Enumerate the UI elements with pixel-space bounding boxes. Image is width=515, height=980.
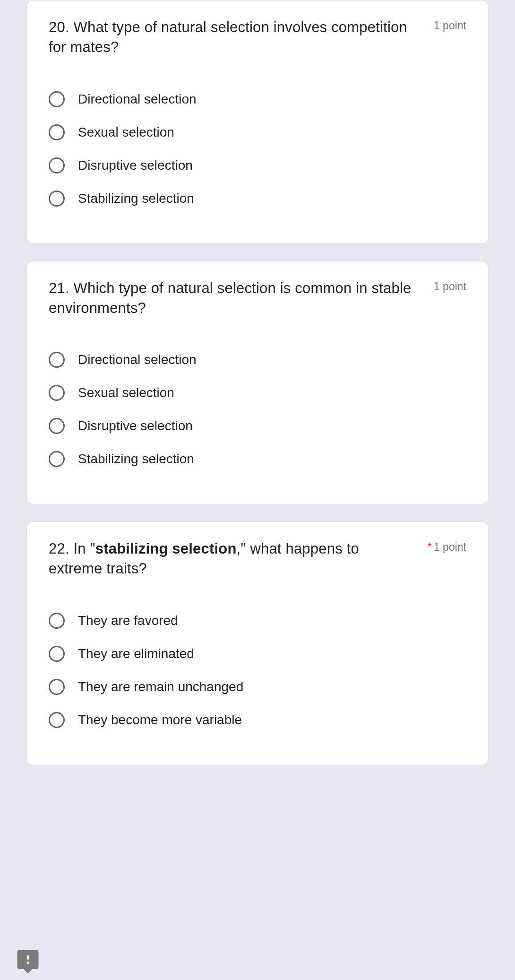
radio-icon[interactable] bbox=[49, 91, 65, 107]
radio-icon[interactable] bbox=[49, 679, 65, 695]
radio-option[interactable]: They are remain unchanged bbox=[49, 670, 466, 703]
radio-option[interactable]: Directional selection bbox=[49, 83, 466, 116]
radio-icon[interactable] bbox=[49, 613, 65, 629]
radio-icon[interactable] bbox=[49, 124, 65, 140]
radio-option[interactable]: Sexual selection bbox=[49, 116, 466, 149]
question-points: 1 point bbox=[434, 278, 466, 293]
radio-icon[interactable] bbox=[49, 646, 65, 662]
question-header: 21. Which type of natural selection is c… bbox=[49, 278, 466, 318]
radio-option[interactable]: Disruptive selection bbox=[49, 149, 466, 182]
option-label: Directional selection bbox=[78, 352, 197, 367]
radio-icon[interactable] bbox=[49, 712, 65, 728]
radio-option[interactable]: Stabilizing selection bbox=[49, 182, 466, 215]
question-text-before: Which type of natural selection is commo… bbox=[49, 280, 411, 316]
options-group: Directional selectionSexual selectionDis… bbox=[49, 83, 466, 215]
question-text-bold: stabilizing selection bbox=[95, 540, 237, 557]
question-text-before: What type of natural selection involves … bbox=[49, 19, 407, 55]
question-number: 21. bbox=[49, 280, 69, 296]
question-number: 20. bbox=[49, 19, 69, 35]
radio-icon[interactable] bbox=[49, 451, 65, 467]
question-header: 22. In "stabilizing selection," what hap… bbox=[49, 539, 466, 579]
option-label: They are favored bbox=[78, 613, 178, 628]
points-text: 1 point bbox=[434, 541, 466, 553]
radio-option[interactable]: Stabilizing selection bbox=[49, 442, 466, 476]
option-label: Sexual selection bbox=[78, 385, 174, 400]
options-group: Directional selectionSexual selectionDis… bbox=[49, 343, 466, 476]
question-points: 1 point bbox=[434, 17, 466, 32]
option-label: Sexual selection bbox=[78, 125, 174, 140]
question-header: 20. What type of natural selection invol… bbox=[49, 17, 466, 57]
option-label: They are remain unchanged bbox=[78, 679, 243, 694]
radio-icon[interactable] bbox=[49, 418, 65, 434]
question-number: 22. bbox=[49, 540, 69, 557]
options-group: They are favoredThey are eliminatedThey … bbox=[49, 604, 466, 737]
question-text-before: In " bbox=[69, 540, 95, 557]
option-label: They are eliminated bbox=[78, 646, 194, 661]
radio-icon[interactable] bbox=[49, 352, 65, 368]
radio-option[interactable]: Sexual selection bbox=[49, 376, 466, 409]
required-marker: * bbox=[428, 541, 432, 553]
radio-icon[interactable] bbox=[49, 157, 65, 173]
option-label: Disruptive selection bbox=[78, 418, 193, 434]
question-card: 20. What type of natural selection invol… bbox=[26, 0, 489, 244]
report-problem-icon[interactable] bbox=[15, 948, 41, 973]
question-card: 21. Which type of natural selection is c… bbox=[26, 261, 489, 505]
option-label: Stabilizing selection bbox=[78, 451, 194, 467]
radio-option[interactable]: Disruptive selection bbox=[49, 409, 466, 442]
radio-option[interactable]: Directional selection bbox=[49, 343, 466, 376]
radio-option[interactable]: They are eliminated bbox=[49, 637, 466, 670]
radio-icon[interactable] bbox=[49, 191, 65, 207]
option-label: Disruptive selection bbox=[78, 158, 193, 173]
option-label: They become more variable bbox=[78, 712, 242, 728]
option-label: Directional selection bbox=[78, 92, 197, 107]
question-points: *1 point bbox=[428, 539, 466, 554]
option-label: Stabilizing selection bbox=[78, 191, 194, 206]
question-title: 20. What type of natural selection invol… bbox=[49, 17, 422, 57]
points-text: 1 point bbox=[434, 19, 466, 32]
question-title: 21. Which type of natural selection is c… bbox=[49, 278, 422, 318]
points-text: 1 point bbox=[434, 280, 466, 293]
question-card: 22. In "stabilizing selection," what hap… bbox=[26, 521, 489, 765]
radio-icon[interactable] bbox=[49, 385, 65, 401]
radio-option[interactable]: They are favored bbox=[49, 604, 466, 637]
radio-option[interactable]: They become more variable bbox=[49, 703, 466, 737]
question-title: 22. In "stabilizing selection," what hap… bbox=[49, 539, 416, 579]
